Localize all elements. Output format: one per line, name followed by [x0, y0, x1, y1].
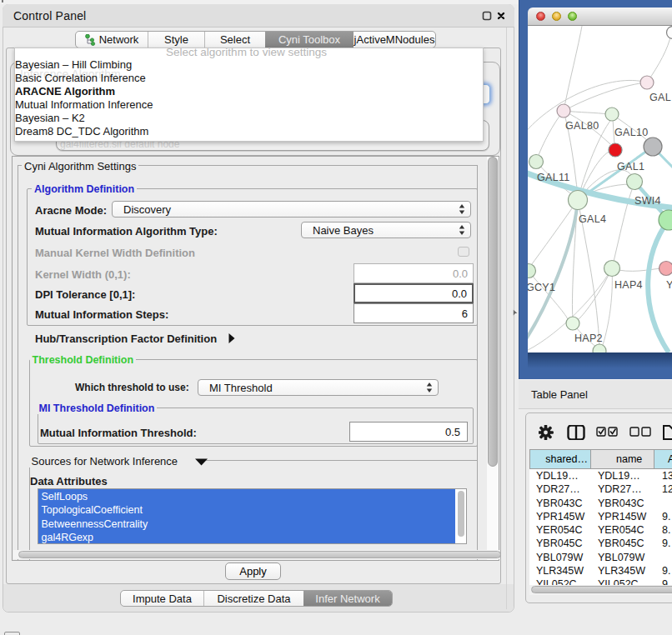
svg-text:GAL: GAL	[649, 92, 671, 103]
svg-text:HAP2: HAP2	[574, 332, 603, 344]
svg-text:SWI4: SWI4	[634, 195, 661, 207]
svg-text:GAL1: GAL1	[617, 161, 644, 172]
svg-text:GAL10: GAL10	[614, 127, 648, 138]
svg-text:GAL4: GAL4	[579, 213, 606, 225]
svg-text:GAL11: GAL11	[537, 172, 570, 183]
svg-text:GCY1: GCY1	[528, 282, 555, 293]
svg-text:Y: Y	[666, 279, 672, 291]
svg-text:GAL80: GAL80	[565, 120, 599, 132]
svg-text:HAP4: HAP4	[614, 279, 643, 291]
